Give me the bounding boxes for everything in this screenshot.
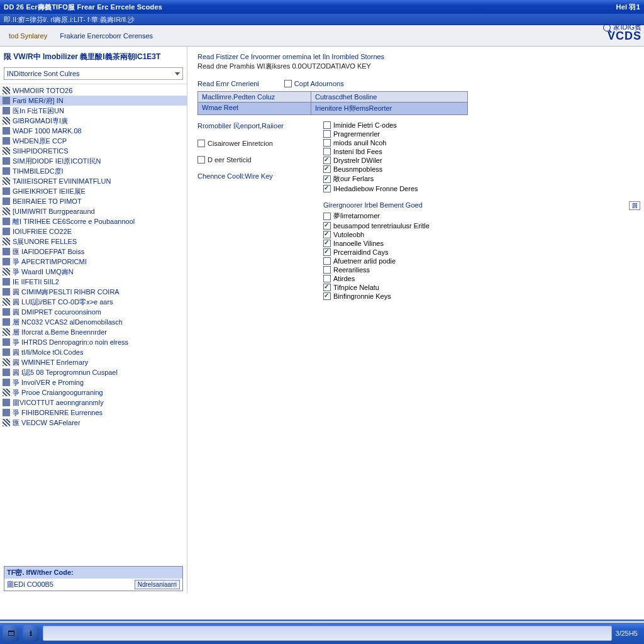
tree-item[interactable]: TAIIIEISORET EVIINIMATFLUN <box>0 176 187 186</box>
tab-summary[interactable]: tod Synlarey <box>3 28 53 43</box>
option-checkbox[interactable]: Inanoelle Vilines <box>323 240 430 247</box>
option-checkbox[interactable]: Tifnpice Nelatu <box>323 284 430 291</box>
tree-item[interactable]: SIM用DIODF IEI原ICOTI民N <box>0 156 187 166</box>
taskbar-clock: 3/25H5 <box>616 630 641 637</box>
option-checkbox[interactable]: Prcerraidind Cays <box>323 248 430 256</box>
grid-head-r[interactable]: Cutrascdhet Bosline <box>311 92 467 102</box>
tree-item[interactable]: [UIMIWRIT Burrgpearaund <box>0 206 187 216</box>
tree-item[interactable]: 離I TIRIHEE CE6Scorre e Poubaannool <box>0 216 187 226</box>
tree-item[interactable]: 匯 VEDCW SAFelarer <box>0 418 187 428</box>
module-icon <box>3 298 10 306</box>
checkbox-icon <box>323 139 331 147</box>
option-checkbox[interactable]: beusampod tenretriaulusr Eritle <box>323 222 430 230</box>
option-checkbox[interactable]: miods anuil Ncoh <box>323 139 430 147</box>
module-icon <box>3 97 10 104</box>
checkbox-icon <box>323 248 331 256</box>
tree-item[interactable]: 爭 IHTRDS Denropagrin:o noin elress <box>0 337 187 347</box>
tree-item[interactable]: 爭 Prooe Craiangoogurraning <box>0 387 187 397</box>
option-checkbox[interactable]: 敞our Ferlars <box>323 174 430 184</box>
checkbox-icon <box>323 231 331 238</box>
tree-item-label: WADF 1000 MARK.08 <box>13 126 82 135</box>
tree-item[interactable]: 匯 IAFIDOEFPAT Boiss <box>0 247 187 257</box>
tree-item[interactable]: WADF 1000 MARK.08 <box>0 126 187 136</box>
module-icon <box>3 177 10 185</box>
tree-item[interactable]: 層 NC032 VCAS2 alDenomobilasch <box>0 317 187 327</box>
option-checkbox[interactable]: Reerariliess <box>323 266 430 274</box>
option-label: Binfingronnie Keys <box>333 292 391 300</box>
option-checkbox[interactable]: Atirdes <box>323 275 430 282</box>
tree-item[interactable]: 圓 I認5 08 Teprogromnun Cuspael <box>0 367 187 377</box>
option-checkbox[interactable]: Vutoleobh <box>323 231 430 238</box>
option-label: 夢lirretarnorner <box>333 211 380 221</box>
tree-item-label: 層 Iforcrat a.Beme Bneennrder <box>13 328 107 336</box>
module-icon <box>3 117 10 125</box>
option-checkbox[interactable]: IHedadiebow Fronne Deres <box>323 185 430 192</box>
grid-row-l[interactable]: Wmae Reet <box>198 102 311 114</box>
checkbox-icon <box>323 165 331 173</box>
tree-item[interactable]: 爭 WaardI UMQ壽N <box>0 267 187 277</box>
tree-item-label: BEIIRAIEE TO PIMOT <box>13 197 82 206</box>
module-icon <box>3 147 10 155</box>
tree-item[interactable]: TIHMBILEDC度I <box>0 166 187 176</box>
deer-stored-checkbox[interactable]: D eer Sterticid <box>197 156 304 164</box>
checkbox-icon <box>323 130 331 138</box>
tree-item[interactable]: GHIEIKRIOET IEIIE展E <box>0 186 187 196</box>
grid-head-l[interactable]: Macllimre.Pedten Coluz <box>198 92 311 102</box>
checkbox-icon <box>284 80 292 87</box>
taskbar-icon-2[interactable]: ℹ <box>23 625 39 641</box>
module-icon <box>3 379 10 386</box>
tree-item[interactable]: S展UNORE FELLES <box>0 236 187 247</box>
option-checkbox[interactable]: Drystrelr DWiler <box>323 157 430 164</box>
tree-item[interactable]: SIIHPIDORETICS <box>0 146 187 156</box>
tree-item[interactable]: 爭 APECRTIMPORICMI <box>0 257 187 267</box>
tree-item[interactable]: 圓 WMINHET Enrlernary <box>0 357 187 367</box>
copy-actions-label: Copt Adournons <box>294 80 344 87</box>
option-checkbox[interactable]: Pragrermenrler <box>323 130 430 138</box>
module-icon <box>3 268 10 275</box>
tree-item-label: 圖VICOTTUT aeonngrannmly <box>13 398 104 407</box>
tree-item[interactable]: 医In F出TE困UN <box>0 106 187 116</box>
option-checkbox[interactable]: Iminide Fietri C·odes <box>323 121 430 129</box>
module-icon <box>3 87 10 94</box>
sidebar-dropdown[interactable]: INDittorrice Sont Culres <box>4 67 183 80</box>
window-help[interactable]: Hel 羽1 <box>616 3 641 12</box>
tree-item-label: 爭 IHTRDS Denropagrin:o noin elress <box>13 338 128 347</box>
tree-item[interactable]: 圖VICOTTUT aeonngrannmly <box>0 397 187 408</box>
tree-item[interactable]: GIBRGMADI専I廣 <box>0 116 187 126</box>
tree-item[interactable]: 層 Iforcrat a.Beme Bneennrder <box>0 327 187 337</box>
tree-item[interactable]: 圓 DMIPRET cocuroonsinom <box>0 307 187 317</box>
clear-emission-checkbox[interactable]: Cisairower Einretcion <box>197 140 304 147</box>
code-panel-button[interactable]: Ndrelsaniaarri <box>135 580 180 589</box>
copy-actions-checkbox[interactable]: Copt Adournons <box>284 80 344 87</box>
tree-item[interactable]: Farti MER/府] IN <box>0 96 187 106</box>
option-checkbox[interactable]: 夢lirretarnorner <box>323 211 430 221</box>
module-icon <box>3 308 10 316</box>
option-label: beusampod tenretriaulusr Eritle <box>333 222 430 230</box>
tab-faults[interactable]: Frakarie Enercoborr Cerenses <box>53 28 159 43</box>
tree-item[interactable]: WHDEN原E CCP <box>0 136 187 146</box>
taskbar-icon-1[interactable]: 🗔 <box>3 625 19 641</box>
option-checkbox[interactable]: Binfingronnie Keys <box>323 292 430 300</box>
tree-item[interactable]: 爭 InvoiVER e Proming <box>0 377 187 387</box>
tree-item[interactable]: 圓 CIMIM壽PESLTI RIHBR COIRA <box>0 287 187 297</box>
sidebar-tree[interactable]: WHMOIIR TOTO26Farti MER/府] IN医In F出TE困UN… <box>0 84 187 564</box>
clear-emission-label: Cisairower Einretcion <box>208 140 273 147</box>
tree-item[interactable]: IE IIFETII 5IIL2 <box>0 277 187 287</box>
option-checkbox[interactable]: Insteni lbd Fees <box>323 148 430 155</box>
checkbox-icon <box>323 213 331 220</box>
tree-item[interactable]: 圓 LUI認i/BET CO-0D零x>e aars <box>0 297 187 307</box>
tree-item[interactable]: 爭 FIHIBORENRE Eurrennes <box>0 408 187 418</box>
tree-item[interactable]: IOIUFRIEE CO22E <box>0 226 187 236</box>
option-label: Pragrermenrler <box>333 130 380 138</box>
checkbox-icon <box>323 148 331 155</box>
option-checkbox[interactable]: Afuetnerr arlid podie <box>323 257 430 265</box>
search-link[interactable]: 家IDIG賓 <box>603 23 641 32</box>
hint-badge[interactable]: 圓 <box>629 201 640 210</box>
tree-item[interactable]: 圓 tI/li/Molce tOi.Codes <box>0 347 187 357</box>
option-checkbox[interactable]: Beusnmpobless <box>323 165 430 173</box>
grid-row-r[interactable]: Irienitore H卵emsReorter <box>311 102 467 114</box>
tree-item[interactable]: BEIIRAIEE TO PIMOT <box>0 196 187 206</box>
option-label: Insteni lbd Fees <box>333 148 382 155</box>
tree-item-label: 圓 I認5 08 Teprogromnun Cuspael <box>13 368 118 377</box>
tree-item[interactable]: WHMOIIR TOTO26 <box>0 86 187 96</box>
